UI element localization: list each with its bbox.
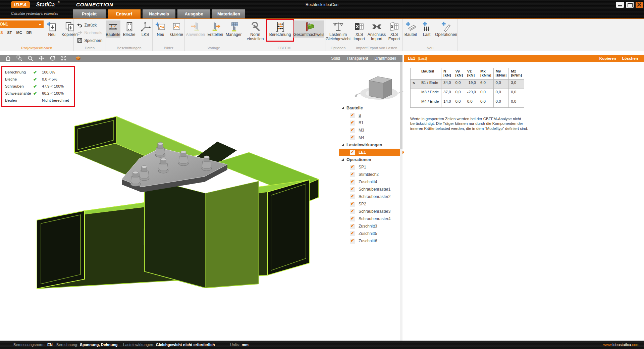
plates-icon [124, 21, 135, 32]
xls-import-button[interactable]: XLS Import [352, 20, 367, 42]
tree-item-b1[interactable]: B1 [341, 119, 400, 127]
tab-entwurf[interactable]: Entwurf [108, 9, 141, 18]
zoom-icon[interactable] [28, 55, 33, 61]
label-lks-button[interactable]: LKS [138, 20, 153, 38]
tab-materialien[interactable]: Materialien [212, 9, 245, 18]
tree-item-zuschnitt5[interactable]: Zuschnitt5 [341, 230, 400, 237]
checkbox-checked-icon[interactable] [350, 194, 355, 199]
checkbox-checked-icon[interactable] [350, 165, 355, 170]
display-mode-solid[interactable]: Solid [331, 56, 340, 61]
minimize-button[interactable] [616, 2, 624, 8]
delete-load-case-button[interactable]: Löschen [622, 56, 638, 60]
tree-section-lasteinwirkungen[interactable]: Lasteinwirkungen [341, 141, 400, 149]
code-setup-button[interactable]: Norm einstellen [244, 20, 267, 42]
tree-item-m4[interactable]: M4 [341, 134, 400, 141]
checkbox-checked-icon[interactable] [350, 209, 355, 214]
tree-item-zuschnitt3[interactable]: Zuschnitt3 [341, 222, 400, 230]
checkbox-checked-icon[interactable] [350, 216, 355, 221]
mode-st[interactable]: ST [7, 31, 12, 35]
tree-section-operationen[interactable]: Operationen [341, 156, 400, 163]
tree-section-bauteile[interactable]: Bauteile [341, 104, 400, 112]
navigation-cube[interactable] [354, 77, 403, 100]
maximize-button[interactable] [626, 2, 634, 8]
checkbox-checked-icon[interactable] [350, 113, 355, 118]
ribbon-group-cbfem: Norm einstellen Berechnung Gesamtnachwei… [243, 19, 325, 51]
tree-item-sp2[interactable]: SP2 [341, 200, 400, 208]
checkbox-checked-icon[interactable] [350, 172, 355, 177]
xls-export-button[interactable]: XLS Export [387, 20, 401, 42]
label-bauteile-button[interactable]: Bauteile [106, 20, 120, 38]
3d-viewport[interactable]: Berechnung ✔ 100,0% Bleche ✔ 0,0 < 5% Sc… [0, 62, 404, 341]
tree-scrollbar[interactable] [400, 62, 402, 341]
expander-icon[interactable] [341, 144, 344, 146]
display-mode-transparent[interactable]: Transparent [346, 56, 368, 61]
label-bleche-button[interactable]: Bleche [122, 20, 137, 38]
checkbox-checked-icon[interactable] [350, 135, 355, 140]
new-operation-button[interactable]: Operationen [435, 20, 457, 38]
undo-button[interactable]: Zurück [77, 21, 97, 29]
tree-item-schraubenraster1[interactable]: Schraubenraster1 [341, 186, 400, 193]
tree-item-zuschnitt6[interactable]: Zuschnitt6 [341, 237, 400, 245]
tab-ausgabe[interactable]: Ausgabe [177, 9, 210, 18]
new-member-button[interactable]: Bauteil [403, 20, 418, 38]
tab-projekt[interactable]: Projekt [73, 9, 106, 18]
template-create-button[interactable]: Erstellen [207, 20, 224, 38]
checkbox-checked-icon[interactable] [350, 150, 355, 155]
overall-check-button[interactable]: Gesamtnachweis [293, 20, 324, 38]
save-button[interactable]: Speichern [77, 37, 102, 44]
rotate-view-icon[interactable] [50, 55, 55, 61]
mode-dr[interactable]: DR [26, 31, 32, 35]
checkbox-checked-icon[interactable] [350, 231, 355, 236]
checkbox-checked-icon[interactable] [350, 128, 355, 133]
mode-eps[interactable]: EPS [0, 31, 3, 35]
website-link[interactable]: www.ideastatica.com [603, 343, 639, 347]
checkbox-checked-icon[interactable] [350, 239, 355, 244]
checkbox-checked-icon[interactable] [350, 180, 355, 185]
expander-icon[interactable] [341, 158, 344, 161]
checkbox-checked-icon[interactable] [350, 224, 355, 229]
zoom-window-icon[interactable] [16, 55, 22, 61]
home-view-icon[interactable] [5, 55, 11, 61]
tree-item-stirnblech2[interactable]: Stirnblech2 [341, 171, 400, 178]
expander-icon[interactable] [341, 107, 344, 109]
tree-item-schraubenraster2[interactable]: Schraubenraster2 [341, 193, 400, 200]
tree-item-zuschnitt4[interactable]: Zuschnitt4 [341, 178, 400, 186]
redo-button[interactable]: Nochmals [77, 29, 102, 36]
close-button[interactable] [636, 2, 643, 8]
mode-mc[interactable]: MC [16, 31, 22, 35]
new-picture-button[interactable]: Neu [153, 20, 168, 38]
result-row: Schweissnähte ✔ 60,2 < 100% [5, 90, 71, 97]
tree-item-b[interactable]: B [341, 112, 400, 119]
checkbox-checked-icon[interactable] [350, 120, 355, 126]
calculate-button[interactable]: Berechnung [268, 20, 292, 38]
new-load-button[interactable]: Last [419, 20, 434, 38]
tree-item-le1-selected[interactable]: LE1 [339, 149, 405, 156]
tree-item-m3[interactable]: M3 [341, 127, 400, 134]
template-apply-button[interactable]: Anwenden [185, 20, 206, 38]
tab-nachweis[interactable]: Nachweis [143, 9, 175, 18]
brick-render-icon[interactable] [74, 55, 82, 61]
display-mode-wireframe[interactable]: Drahtmodell [374, 56, 396, 61]
load-effects-table[interactable]: Bauteil N[kN] Vy[kN] Vz[kN] Mx[kNm] My[k… [410, 68, 524, 108]
checkbox-checked-icon[interactable] [350, 187, 355, 192]
checkbox-checked-icon[interactable] [350, 202, 355, 207]
ribbon-group-optionen: Lasten im Gleichgewicht Optionen [325, 19, 351, 51]
table-header-row: Bauteil N[kN] Vy[kN] Vz[kN] Mx[kNm] My[k… [411, 68, 524, 80]
project-item-combobox[interactable]: CON1 [0, 20, 44, 28]
template-manager-button[interactable]: Manager [225, 20, 242, 38]
pan-icon[interactable] [39, 55, 44, 61]
zoom-fit-icon[interactable] [61, 55, 66, 61]
tree-item-sp1[interactable]: SP1 [341, 163, 400, 171]
loads-in-equilibrium-button[interactable]: Lasten im Gleichgewicht [326, 20, 350, 42]
table-row[interactable]: > B1 / Ende 34,0 0,0 -19,0 6,0 0,0 3,0 [411, 80, 524, 89]
new-project-item-button[interactable]: Neu [44, 20, 59, 38]
copy-load-case-button[interactable]: Kopieren [599, 56, 616, 60]
table-row[interactable]: M4 / Ende 14,0 0,0 0,0 0,0 0,0 0,0 [411, 98, 524, 108]
scrollbar-thumb[interactable] [400, 62, 402, 149]
connection-import-button[interactable]: Anschluss Import [368, 20, 385, 42]
table-row[interactable]: M3 / Ende 37,0 0,0 -29,0 0,0 0,0 0,0 [411, 89, 524, 98]
tree-item-schraubenraster4[interactable]: Schraubenraster4 [341, 215, 400, 222]
gallery-button[interactable]: Galerie [169, 20, 184, 38]
members-icon [108, 21, 119, 32]
tree-item-schraubenraster3[interactable]: Schraubenraster3 [341, 208, 400, 215]
